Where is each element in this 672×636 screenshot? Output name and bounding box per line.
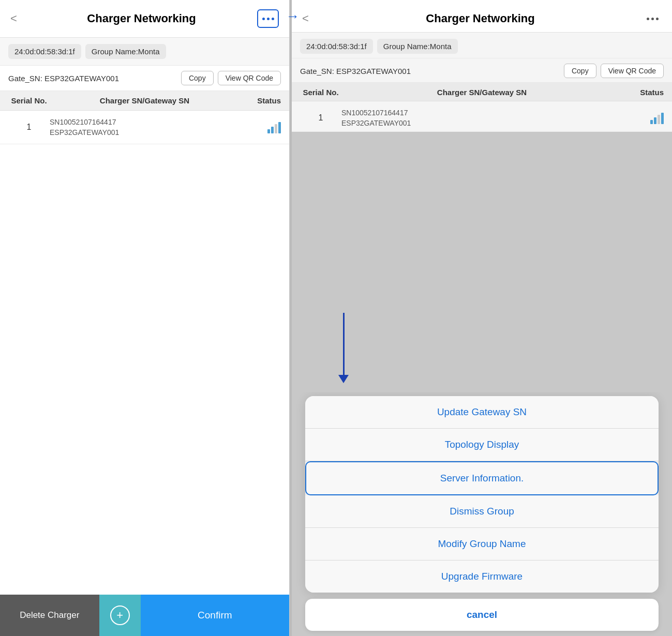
left-copy-button[interactable]: Copy (181, 71, 214, 85)
arrow-down-head (338, 375, 349, 383)
left-more-dots-icon (262, 18, 274, 20)
right-signal-icon (622, 112, 664, 124)
rdot3 (656, 18, 659, 20)
right-mac-address: 24:0d:0d:58:3d:1f (300, 39, 373, 54)
arrow-right-icon: → (286, 8, 300, 24)
left-col-sn: Charger SN/Gateway SN (50, 96, 240, 105)
rbar2 (654, 117, 656, 124)
left-delete-button[interactable]: Delete Charger (0, 595, 99, 636)
right-gray-area (292, 132, 672, 392)
right-copy-button[interactable]: Copy (564, 64, 596, 78)
right-cancel-button[interactable]: cancel (305, 599, 659, 631)
arrow-down-annotation (338, 313, 349, 383)
rbar3 (658, 115, 660, 124)
menu-item-server-information[interactable]: Server Information. (305, 461, 659, 495)
rdot2 (651, 18, 654, 20)
left-sn2: ESP32GATEWAY001 (50, 128, 240, 137)
bar3 (275, 124, 277, 133)
left-page-title: Charger Networking (26, 12, 257, 25)
menu-item-modify-group-name[interactable]: Modify Group Name (305, 528, 659, 561)
right-more-button[interactable] (643, 9, 662, 28)
right-panel: < Charger Networking 24:0d:0d:58:3d:1f G… (292, 0, 672, 636)
arrow-annotation: → (286, 8, 300, 24)
right-serial-1: 1 (300, 113, 341, 123)
left-gate-sn-label: Gate_SN: ESP32GATEWAY001 (8, 74, 177, 83)
menu-item-topology-display[interactable]: Topology Display (305, 429, 659, 461)
left-add-button[interactable]: + (99, 595, 141, 636)
left-info-row: 24:0d:0d:58:3d:1f Group Name:Monta (0, 38, 289, 66)
right-sn2: ESP32GATEWAY001 (341, 119, 622, 127)
left-serial-1: 1 (8, 123, 50, 132)
menu-item-update-gateway[interactable]: Update Gateway SN (305, 396, 659, 429)
left-signal-icon (240, 121, 281, 133)
left-gate-row: Gate_SN: ESP32GATEWAY001 Copy View QR Co… (0, 66, 289, 91)
right-more-dots-icon (647, 18, 659, 20)
plus-icon: + (116, 610, 123, 621)
rbar1 (650, 120, 653, 124)
left-back-button[interactable]: < (10, 12, 26, 25)
left-more-button[interactable] (257, 9, 279, 28)
right-gate-sn-label: Gate_SN: ESP32GATEWAY001 (300, 67, 560, 75)
right-page-title: Charger Networking (318, 12, 643, 25)
right-col-serial: Serial No. (300, 88, 341, 97)
left-bottom-bar: Delete Charger + Confirm (0, 595, 289, 636)
right-table-row: 1 SN10052107164417 ESP32GATEWAY001 (292, 101, 672, 132)
rdot1 (647, 18, 649, 20)
left-group-name: Group Name:Monta (85, 44, 166, 59)
right-info-row: 24:0d:0d:58:3d:1f Group Name:Monta (292, 33, 672, 58)
right-group-name: Group Name:Monta (377, 39, 458, 54)
right-sn-stack-1: SN10052107164417 ESP32GATEWAY001 (341, 109, 622, 127)
left-col-serial: Serial No. (8, 96, 50, 105)
right-view-qr-button[interactable]: View QR Code (601, 64, 664, 78)
bar1 (267, 129, 270, 133)
dot1 (262, 18, 265, 20)
left-col-status: Status (240, 96, 281, 105)
dropdown-container: Update Gateway SN Topology Display Serve… (292, 392, 672, 636)
arrow-down-line (343, 313, 345, 375)
add-circle-icon: + (110, 605, 130, 625)
right-col-sn: Charger SN/Gateway SN (341, 88, 622, 97)
dot3 (272, 18, 274, 20)
menu-item-dismiss-group[interactable]: Dismiss Group (305, 495, 659, 528)
right-col-status: Status (622, 88, 664, 97)
left-sn1: SN10052107164417 (50, 118, 240, 126)
dot2 (267, 18, 270, 20)
rbar4 (661, 113, 664, 124)
left-table-row: 1 SN10052107164417 ESP32GATEWAY001 (0, 111, 289, 144)
right-sn1: SN10052107164417 (341, 109, 622, 117)
left-header: < Charger Networking → (0, 0, 289, 38)
dropdown-menu: Update Gateway SN Topology Display Serve… (305, 396, 659, 593)
right-back-button[interactable]: < (302, 12, 318, 25)
left-sn-stack-1: SN10052107164417 ESP32GATEWAY001 (50, 118, 240, 137)
left-view-qr-button[interactable]: View QR Code (218, 71, 281, 85)
left-confirm-button[interactable]: Confirm (141, 595, 289, 636)
left-panel: < Charger Networking → 24:0d:0d:58:3d:1f… (0, 0, 290, 636)
right-header: < Charger Networking (292, 0, 672, 33)
left-table-header: Serial No. Charger SN/Gateway SN Status (0, 91, 289, 111)
bar2 (271, 127, 274, 133)
bar4 (278, 122, 281, 133)
menu-item-upgrade-firmware[interactable]: Upgrade Firmware (305, 561, 659, 593)
left-mac-address: 24:0d:0d:58:3d:1f (8, 44, 81, 59)
right-gate-row: Gate_SN: ESP32GATEWAY001 Copy View QR Co… (292, 58, 672, 83)
right-table-header: Serial No. Charger SN/Gateway SN Status (292, 83, 672, 101)
